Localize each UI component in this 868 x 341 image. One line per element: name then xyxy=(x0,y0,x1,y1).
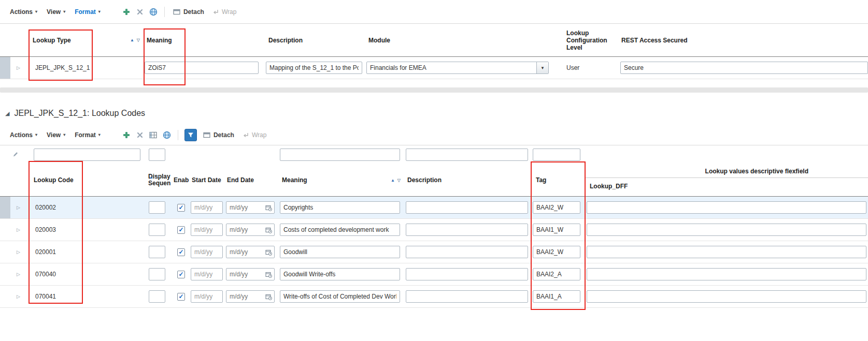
start-date-input[interactable] xyxy=(191,246,223,258)
calendar-icon[interactable] xyxy=(265,249,272,256)
lookup-dff-input[interactable] xyxy=(587,268,866,280)
tag-input[interactable] xyxy=(533,224,580,236)
column-header-enabled[interactable]: Enab xyxy=(173,176,190,184)
description-input[interactable] xyxy=(406,224,528,236)
filter-input-tag[interactable] xyxy=(533,149,580,161)
tag-input[interactable] xyxy=(533,201,580,214)
end-date-input[interactable] xyxy=(229,293,265,300)
meaning-input[interactable] xyxy=(280,246,400,258)
row-arrow-icon[interactable]: ▷ xyxy=(17,249,20,255)
sort-ascending-icon[interactable]: ▲ xyxy=(391,178,395,183)
meaning-input[interactable] xyxy=(280,224,400,236)
freeze-columns-button[interactable] xyxy=(147,128,160,142)
description-input[interactable] xyxy=(406,290,528,303)
display-sequence-input[interactable] xyxy=(149,290,165,303)
lookup-dff-input[interactable] xyxy=(587,246,866,258)
dropdown-button[interactable]: ▼ xyxy=(536,62,548,73)
column-header-rest-access[interactable]: REST Access Secured xyxy=(618,37,868,44)
end-date-input[interactable] xyxy=(229,226,265,233)
column-header-lookup-code[interactable]: Lookup Code xyxy=(29,176,145,184)
sort-descending-icon[interactable]: ▽ xyxy=(156,174,159,181)
display-sequence-input[interactable] xyxy=(149,246,165,258)
globe-button[interactable] xyxy=(147,5,160,19)
column-header-tag[interactable]: Tag xyxy=(530,176,585,184)
filter-input-meaning[interactable] xyxy=(280,149,400,161)
view-menu[interactable]: View ▾ xyxy=(42,8,70,16)
view-menu[interactable]: View ▾ xyxy=(42,131,70,139)
column-header-description[interactable]: Description xyxy=(403,176,530,184)
start-date-input[interactable] xyxy=(191,201,223,214)
column-header-start-date[interactable]: Start Date xyxy=(190,176,225,184)
calendar-icon[interactable] xyxy=(265,293,272,300)
detach-button[interactable]: Detach xyxy=(169,8,208,16)
wrap-button[interactable]: Wrap xyxy=(208,8,240,16)
description-input[interactable] xyxy=(406,268,528,280)
column-header-meaning[interactable]: Meaning ▲ ▽ xyxy=(278,176,403,184)
column-header-lookup-dff[interactable]: Lookup_DFF xyxy=(585,178,868,190)
display-sequence-input[interactable] xyxy=(149,201,165,214)
format-menu[interactable]: Format ▾ xyxy=(70,131,105,139)
sort-descending-icon[interactable]: ▽ xyxy=(137,38,140,42)
delete-row-button[interactable] xyxy=(133,128,147,142)
calendar-icon[interactable] xyxy=(265,271,272,278)
meaning-input[interactable] xyxy=(280,290,400,303)
enabled-checkbox[interactable]: ✓ xyxy=(177,293,185,301)
lookup-code-row[interactable]: ▷ 070040 ✓ xyxy=(0,263,868,286)
column-header-meaning[interactable]: Meaning xyxy=(143,37,264,44)
module-input[interactable] xyxy=(367,62,536,73)
actions-menu[interactable]: Actions ▾ xyxy=(5,131,42,139)
filter-input-lookup-code[interactable] xyxy=(34,149,140,161)
column-header-config-level[interactable]: Lookup Configuration Level xyxy=(562,29,618,51)
lookup-type-row[interactable]: ▷ JEPL_JPK_S_12_1 ▼ User xyxy=(0,57,868,79)
calendar-icon[interactable] xyxy=(265,204,272,211)
add-row-button[interactable] xyxy=(120,5,133,19)
horizontal-scrollbar[interactable] xyxy=(0,87,868,93)
add-row-button[interactable] xyxy=(120,128,133,142)
end-date-input[interactable] xyxy=(229,204,265,211)
description-input[interactable] xyxy=(266,62,362,74)
filter-input-display-sequence[interactable] xyxy=(149,149,165,161)
query-by-example-button[interactable] xyxy=(184,129,197,141)
meaning-input[interactable] xyxy=(280,268,400,280)
row-arrow-icon[interactable]: ▷ xyxy=(17,227,20,232)
enabled-checkbox[interactable]: ✓ xyxy=(177,226,185,234)
lookup-dff-input[interactable] xyxy=(587,290,866,303)
enabled-checkbox[interactable]: ✓ xyxy=(177,271,185,278)
end-date-input[interactable] xyxy=(229,248,265,256)
row-arrow-icon[interactable]: ▷ xyxy=(17,272,20,277)
display-sequence-input[interactable] xyxy=(149,268,165,280)
enabled-checkbox[interactable]: ✓ xyxy=(177,204,185,212)
column-header-lookup-type[interactable]: Lookup Type ▲ ▽ xyxy=(29,37,143,44)
sort-ascending-icon[interactable]: ▲ xyxy=(149,174,153,181)
filter-input-description[interactable] xyxy=(406,149,528,161)
column-header-end-date[interactable]: End Date xyxy=(225,176,278,184)
meaning-input[interactable] xyxy=(145,62,259,74)
meaning-input[interactable] xyxy=(280,201,400,214)
detach-button[interactable]: Detach xyxy=(199,131,238,139)
delete-row-button[interactable] xyxy=(133,5,147,19)
lookup-dff-input[interactable] xyxy=(587,201,866,214)
lookup-dff-input[interactable] xyxy=(587,224,866,236)
lookup-code-row[interactable]: ▷ 020003 ✓ xyxy=(0,219,868,241)
start-date-input[interactable] xyxy=(191,224,223,236)
end-date-input[interactable] xyxy=(229,271,265,278)
tag-input[interactable] xyxy=(533,246,580,258)
column-header-display-sequence[interactable]: Display Sequen ▲ ▽ xyxy=(145,173,173,187)
start-date-input[interactable] xyxy=(191,268,223,280)
lookup-code-row[interactable]: ▷ 070041 ✓ xyxy=(0,286,868,308)
sort-ascending-icon[interactable]: ▲ xyxy=(130,38,134,42)
sort-descending-icon[interactable]: ▽ xyxy=(397,178,401,183)
row-arrow-icon[interactable]: ▷ xyxy=(17,65,20,70)
rest-access-input[interactable] xyxy=(620,62,868,74)
display-sequence-input[interactable] xyxy=(149,224,165,236)
start-date-input[interactable] xyxy=(191,290,223,303)
globe-button[interactable] xyxy=(160,128,174,142)
description-input[interactable] xyxy=(406,201,528,214)
wrap-button[interactable]: Wrap xyxy=(238,131,271,139)
column-header-description[interactable]: Description xyxy=(264,37,364,44)
row-arrow-icon[interactable]: ▷ xyxy=(17,205,20,210)
disclosure-triangle-icon[interactable]: ◢ xyxy=(5,110,9,117)
row-arrow-icon[interactable]: ▷ xyxy=(17,294,20,299)
enabled-checkbox[interactable]: ✓ xyxy=(177,248,185,256)
actions-menu[interactable]: Actions ▾ xyxy=(5,8,42,16)
